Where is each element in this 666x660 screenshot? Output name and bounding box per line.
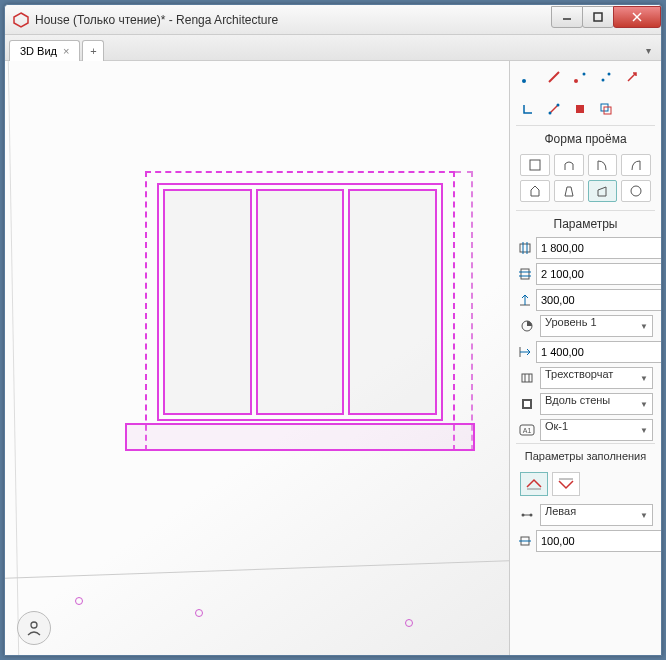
- svg-point-13: [549, 112, 552, 115]
- param-tag-row: A1 Ок-1▼: [510, 417, 661, 443]
- shape-trapezoid[interactable]: [554, 180, 584, 202]
- param-casement-row: Трехстворчат▼: [510, 365, 661, 391]
- close-button[interactable]: [613, 6, 661, 28]
- param-elevation-input[interactable]: [536, 289, 661, 311]
- tab-label: 3D Вид: [20, 45, 57, 57]
- svg-line-7: [549, 72, 559, 82]
- tool-point-icon[interactable]: [516, 65, 540, 89]
- snap-marker: [75, 597, 83, 605]
- svg-point-6: [522, 79, 526, 83]
- svg-text:A1: A1: [523, 427, 532, 434]
- param-depth-input[interactable]: [536, 530, 661, 552]
- params-section-title: Параметры: [516, 210, 655, 235]
- tabbar: 3D Вид × + ▾: [5, 35, 661, 61]
- chevron-down-icon: ▼: [640, 374, 648, 383]
- svg-point-11: [608, 73, 611, 76]
- window-depth-guide: [455, 171, 473, 451]
- window-sill: [125, 423, 475, 451]
- window-pane: [163, 189, 252, 415]
- param-height-input[interactable]: [536, 263, 661, 285]
- tool-line-icon[interactable]: [542, 65, 566, 89]
- window-controls: [552, 6, 661, 28]
- svg-line-12: [550, 105, 558, 113]
- titlebar[interactable]: House (Только чтение)* - Renga Architect…: [5, 5, 661, 35]
- param-tag-select[interactable]: Ок-1▼: [540, 419, 653, 441]
- param-orientation-select[interactable]: Вдоль стены▼: [540, 393, 653, 415]
- casement-icon: [518, 369, 536, 387]
- tool-angle-icon[interactable]: [516, 97, 540, 121]
- floor-edge: [5, 560, 509, 579]
- properties-panel: Форма проёма Параметры мм мм: [509, 61, 661, 655]
- tool-arrow-icon[interactable]: [620, 65, 644, 89]
- elevation-icon: [518, 291, 532, 309]
- fill-mode-a[interactable]: [520, 472, 548, 496]
- shape-slant-l[interactable]: [588, 180, 618, 202]
- param-level-row: Уровень 1▼: [510, 313, 661, 339]
- snap-marker: [405, 619, 413, 627]
- shape-rect[interactable]: [520, 154, 550, 176]
- chevron-down-icon: ▼: [640, 322, 648, 331]
- svg-rect-15: [576, 105, 584, 113]
- svg-point-41: [522, 514, 525, 517]
- tool-diagonal-icon[interactable]: [542, 97, 566, 121]
- window-object[interactable]: [145, 171, 455, 451]
- fill-mode-b[interactable]: [552, 472, 580, 496]
- wall-edge: [8, 61, 19, 655]
- width-icon: [518, 239, 532, 257]
- svg-rect-23: [521, 269, 529, 279]
- shape-pentagon[interactable]: [520, 180, 550, 202]
- param-offset-row: мм: [510, 339, 661, 365]
- window-title: House (Только чтение)* - Renga Architect…: [35, 13, 552, 27]
- chevron-down-icon: ▼: [640, 426, 648, 435]
- level-icon: [518, 317, 536, 335]
- window-pane: [256, 189, 345, 415]
- chevron-down-icon: ▼: [640, 511, 648, 520]
- svg-point-42: [530, 514, 533, 517]
- svg-point-8: [574, 79, 578, 83]
- maximize-button[interactable]: [582, 6, 614, 28]
- fill-mode-row: [510, 466, 661, 502]
- svg-point-9: [583, 73, 586, 76]
- shape-corner-r[interactable]: [621, 154, 651, 176]
- tool-dot-icon[interactable]: [568, 65, 592, 89]
- param-width-input[interactable]: [536, 237, 661, 259]
- shape-corner-l[interactable]: [588, 154, 618, 176]
- transform-tool-row: [510, 93, 661, 125]
- content-area: Форма проёма Параметры мм мм: [5, 61, 661, 655]
- view-mode-button[interactable]: [17, 611, 51, 645]
- shape-circle[interactable]: [621, 180, 651, 202]
- viewport-3d[interactable]: [5, 61, 509, 655]
- app-window: House (Только чтение)* - Renga Architect…: [4, 4, 662, 656]
- handed-icon: [518, 506, 536, 524]
- svg-rect-18: [530, 160, 540, 170]
- param-elevation-row: мм: [510, 287, 661, 313]
- svg-rect-2: [594, 13, 602, 21]
- tabbar-menu-icon[interactable]: ▾: [640, 41, 657, 60]
- height-icon: [518, 265, 532, 283]
- tab-close-icon[interactable]: ×: [63, 45, 69, 57]
- param-handed-select[interactable]: Левая▼: [540, 504, 653, 526]
- tool-rect-icon[interactable]: [568, 97, 592, 121]
- svg-rect-35: [524, 401, 530, 407]
- tool-copy-icon[interactable]: [594, 97, 618, 121]
- window-pane: [348, 189, 437, 415]
- svg-marker-0: [14, 13, 28, 27]
- tab-3d-view[interactable]: 3D Вид ×: [9, 40, 80, 61]
- tool-two-dots-icon[interactable]: [594, 65, 618, 89]
- shape-section-title: Форма проёма: [516, 125, 655, 150]
- svg-point-10: [602, 79, 605, 82]
- fill-section-title: Параметры заполнения: [516, 443, 655, 466]
- offset-icon: [518, 343, 532, 361]
- tab-new[interactable]: +: [82, 40, 104, 61]
- edit-tool-row: [510, 61, 661, 93]
- param-casement-select[interactable]: Трехстворчат▼: [540, 367, 653, 389]
- param-offset-input[interactable]: [536, 341, 661, 363]
- svg-point-19: [631, 186, 641, 196]
- param-width-row: мм: [510, 235, 661, 261]
- shape-arch[interactable]: [554, 154, 584, 176]
- minimize-button[interactable]: [551, 6, 583, 28]
- param-orientation-row: Вдоль стены▼: [510, 391, 661, 417]
- depth-icon: [518, 532, 532, 550]
- window-casement: [157, 183, 443, 421]
- param-level-select[interactable]: Уровень 1▼: [540, 315, 653, 337]
